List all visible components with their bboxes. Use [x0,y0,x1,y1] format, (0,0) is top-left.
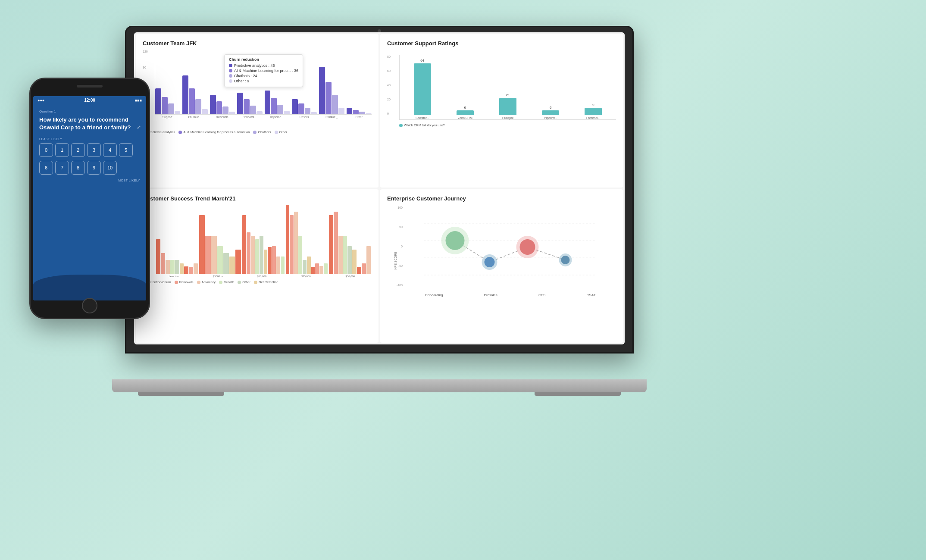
chart4-title: Enterprise Customer Journey [387,195,616,202]
trend-bar [205,236,211,274]
trend-bar [362,263,366,274]
tooltip-item: AI & Machine Learning for proc... : 36 [229,69,298,73]
trend-bar [286,205,290,274]
number-btn-2[interactable]: 2 [71,143,85,157]
bar [311,112,317,114]
bar-group [155,88,180,114]
trend-bar [338,236,343,274]
chart3-legend: Retention/Churn Renewals Advocacy Growth… [143,280,372,284]
bar [195,99,201,114]
chart2-y-axis: 80 60 40 20 0 [387,55,391,115]
bar-group [292,99,317,114]
svg-point-7 [485,257,495,267]
trend-bar [307,257,311,274]
trend-bar [272,246,276,274]
bar [257,111,263,114]
crm-bar-group: 9Freshsal... [575,103,612,119]
trend-bar [235,250,241,274]
bar [244,99,250,114]
chart2-area: 80 60 40 20 0 64Salesfor...6Zoho CRM21Hu… [387,55,616,127]
bar [292,99,298,114]
question-label: Question 1 [39,109,140,113]
phone-screen: ●●● 12:00 ■■■ ⤢ Question 1 How likely ar… [33,96,146,300]
trend-bar [194,263,198,274]
legend-item: Other [275,130,288,134]
bar [325,82,332,114]
number-btn-7[interactable]: 7 [55,161,69,175]
trend-group [242,215,284,274]
bar [210,95,216,114]
bar [284,111,290,114]
trend-bar [290,215,294,274]
phone-question-area: Question 1 How likely are you to recomme… [33,104,146,187]
trend-bar [242,215,246,274]
number-btn-6[interactable]: 6 [39,161,53,175]
chart1-x-labels: SupportChurn re...RenewalsOnboardi...Imp… [155,116,372,119]
tooltip-item: Predictive analytics : 46 [229,63,298,68]
trend-bar [298,236,302,274]
trend-bar [324,263,328,274]
laptop-foot-right [535,392,621,396]
crm-bar-group: 21Hubspot [489,93,526,119]
least-likely-label: LEAST LIKELY [39,138,140,141]
number-btn-0[interactable]: 0 [39,143,53,157]
trend-bar [311,267,315,274]
bar [237,93,243,114]
y-axis-label: NPS SCORE [394,252,397,269]
trend-bar [156,239,160,274]
number-btn-9[interactable]: 9 [87,161,101,175]
bar [265,91,271,114]
bar [347,108,353,114]
chart1-title: Customer Team JFK [143,40,372,47]
number-btn-3[interactable]: 3 [87,143,101,157]
trend-bar [357,267,361,274]
phone-device: ●●● 12:00 ■■■ ⤢ Question 1 How likely ar… [29,78,150,319]
chart3-bars [155,205,372,274]
chart3-x-labels: Less tha...$3000 to...$10,000 ...$25,000… [155,275,372,278]
chart-enterprise-journey: Enterprise Customer Journey 100 50 0 -50… [380,189,623,343]
phone-home-button[interactable] [82,298,97,313]
bar [182,75,188,114]
number-btn-8[interactable]: 8 [71,161,85,175]
trend-bar [352,250,357,274]
crm-bar [542,110,559,115]
trend-bar [247,232,250,274]
bar [298,103,304,114]
tooltip-item: Other : 9 [229,79,298,83]
trend-bar [303,260,307,274]
bar [271,98,277,114]
trend-bar [276,257,280,274]
bar [359,112,365,114]
trend-group [156,239,198,274]
svg-point-5 [446,231,465,250]
crm-bar [585,108,602,115]
tooltip-dot [229,64,232,67]
number-btn-10[interactable]: 10 [103,161,117,175]
chart2-legend-label: Which CRM toil do you use? [404,123,445,127]
trend-bar [255,239,259,274]
most-likely-label: MOST LIKELY [39,179,140,182]
chart4-x-labels: Onboarding Presales CES CSAT [404,293,616,297]
trend-bar [281,257,285,274]
number-btn-4[interactable]: 4 [103,143,117,157]
trend-bar [329,215,333,274]
bar-group [237,93,262,114]
chart2-bars: 64Salesfor...6Zoho CRM21Hubspot6Pipedriv… [399,55,616,120]
phone-status-bar: ●●● 12:00 ■■■ [33,96,146,104]
chart1-bars: Churn reduction Predictive analytics : 4… [155,50,372,115]
legend-item: Chatbots [253,130,271,134]
chart1-area: 120 90 60 30 0 Churn reduction [143,50,372,136]
bar [319,67,325,114]
number-btn-5[interactable]: 5 [119,143,133,157]
bar [222,106,228,114]
trend-bar [315,263,319,274]
trend-bar [217,246,223,274]
crm-bar [457,110,474,115]
chart1-tooltip: Churn reduction Predictive analytics : 4… [224,54,303,87]
phone-battery: ■■■ [135,98,142,103]
trend-bar [175,260,179,274]
trend-group [199,215,241,274]
number-btn-1[interactable]: 1 [55,143,69,157]
bar [189,88,195,114]
trend-bar [211,236,217,274]
